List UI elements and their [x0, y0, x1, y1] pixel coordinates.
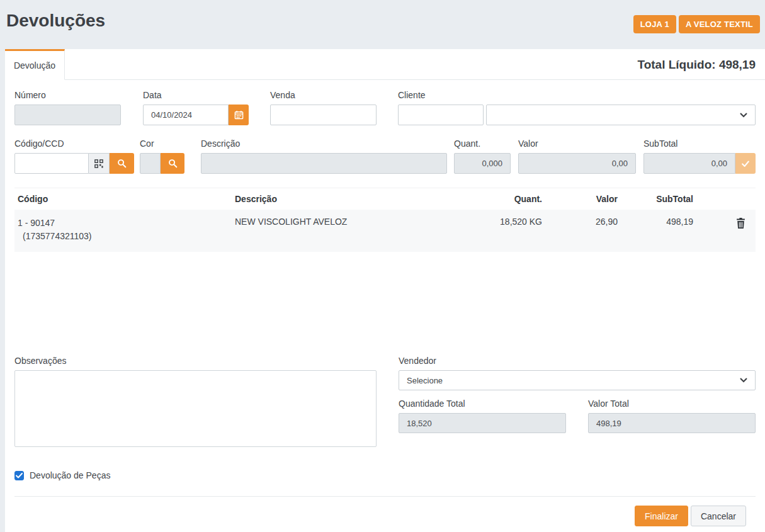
codigo-value: 1 - 90147 — [18, 217, 229, 230]
cancelar-button[interactable]: Cancelar — [691, 506, 746, 526]
check-icon — [741, 159, 750, 168]
cell-valor: 26,90 — [545, 210, 621, 252]
field-quant: Quant. — [454, 139, 511, 174]
field-valor-total: Valor Total — [588, 399, 756, 433]
qr-code-icon — [94, 159, 103, 168]
cell-actions — [696, 210, 756, 252]
content-card: Devolução Total Líquido: 498,19 Número D… — [5, 49, 765, 532]
cor-input — [140, 153, 161, 174]
descricao-label: Descrição — [201, 139, 447, 149]
company-badge[interactable]: A VELOZ TEXTIL — [679, 15, 760, 33]
subtotal-input — [643, 153, 735, 174]
totals-column: Vendedor Selecione Quantidade Total V — [399, 356, 756, 480]
confirm-item-button — [735, 153, 756, 174]
valor-input — [518, 153, 636, 174]
chevron-down-icon — [740, 378, 747, 383]
quantidade-total-label: Quantidade Total — [399, 399, 566, 409]
venda-input[interactable] — [270, 105, 377, 125]
calendar-icon — [234, 110, 244, 120]
col-header-descricao: Descrição — [232, 188, 457, 210]
search-icon — [168, 159, 178, 168]
vendedor-label: Vendedor — [399, 356, 756, 366]
field-codigo-ccd: Código/CCD — [14, 139, 134, 174]
header-badges: LOJA 1 A VELOZ TEXTIL — [633, 15, 760, 33]
total-liquido: Total Líquido: 498,19 — [637, 49, 756, 80]
tab-devolucao-label: Devolução — [14, 60, 55, 71]
field-descricao: Descrição — [201, 139, 447, 174]
vendedor-select-value: Selecione — [407, 376, 443, 385]
field-observacoes: Observações — [14, 356, 377, 449]
check-icon — [16, 473, 23, 478]
form-area: Número Data — [5, 80, 765, 532]
codigo-search-button[interactable] — [110, 153, 134, 174]
venda-label: Venda — [270, 90, 377, 100]
data-input[interactable] — [143, 105, 229, 125]
field-cor: Cor — [140, 139, 184, 174]
col-header-subtotal: SubTotal — [621, 188, 696, 210]
codigo-ccd-input[interactable] — [14, 153, 89, 174]
cell-subtotal: 498,19 — [621, 210, 696, 252]
table-row: 1 - 90147 (1735774321103) NEW VISCOLIGHT… — [14, 210, 756, 252]
field-cliente: Cliente — [398, 90, 756, 125]
cell-quant: 18,520 KG — [457, 210, 545, 252]
numero-input — [14, 105, 121, 125]
page-header: Devoluções LOJA 1 A VELOZ TEXTIL — [0, 0, 765, 49]
items-table: Código Descrição Quant. Valor SubTotal 1… — [14, 188, 756, 252]
form-row-1: Número Data — [14, 90, 756, 125]
search-icon — [117, 159, 127, 168]
data-label: Data — [143, 90, 249, 100]
valor-total-input — [588, 413, 756, 433]
vendedor-select[interactable]: Selecione — [399, 370, 756, 390]
col-header-actions — [696, 188, 756, 210]
field-venda: Venda — [270, 90, 377, 125]
chevron-down-icon — [740, 113, 747, 118]
field-subtotal: SubTotal — [643, 139, 756, 174]
valor-label: Valor — [518, 139, 636, 149]
delete-row-button[interactable] — [735, 217, 747, 232]
numero-label: Número — [14, 90, 121, 100]
codigo-barcode: (1735774321103) — [18, 230, 229, 243]
col-header-codigo: Código — [14, 188, 232, 210]
store-badge[interactable]: LOJA 1 — [633, 15, 676, 33]
bottom-section: Observações Devolução de Peças Vendedor — [14, 356, 756, 480]
field-quantidade-total: Quantidade Total — [399, 399, 566, 433]
totals-row: Quantidade Total Valor Total — [399, 399, 756, 433]
tab-devolucao[interactable]: Devolução — [5, 49, 65, 80]
tab-bar: Devolução Total Líquido: 498,19 — [5, 49, 765, 80]
observacoes-label: Observações — [14, 356, 377, 366]
cliente-label: Cliente — [398, 90, 756, 100]
observacoes-textarea[interactable] — [14, 370, 377, 447]
finalizar-button[interactable]: Finalizar — [635, 506, 688, 526]
trash-icon — [736, 218, 745, 229]
descricao-input — [201, 153, 447, 174]
cell-codigo: 1 - 90147 (1735774321103) — [14, 210, 232, 252]
codigo-ccd-label: Código/CCD — [14, 139, 134, 149]
cor-label: Cor — [140, 139, 184, 149]
field-valor: Valor — [518, 139, 636, 174]
subtotal-label: SubTotal — [643, 139, 756, 149]
quantidade-total-input — [399, 413, 566, 433]
barcode-lookup-button[interactable] — [89, 153, 110, 174]
items-table-header: Código Descrição Quant. Valor SubTotal — [14, 188, 756, 210]
quant-label: Quant. — [454, 139, 511, 149]
col-header-quant: Quant. — [457, 188, 545, 210]
cor-search-button[interactable] — [161, 153, 184, 174]
devolucao-pecas-label: Devolução de Peças — [30, 470, 110, 480]
cliente-code-input[interactable] — [398, 105, 484, 125]
field-vendedor: Vendedor Selecione — [399, 356, 756, 390]
footer-actions: Finalizar Cancelar — [14, 496, 756, 526]
cell-descricao: NEW VISCOLIGHT AVELOZ — [232, 210, 457, 252]
devolucao-pecas-row[interactable]: Devolução de Peças — [14, 470, 377, 480]
field-data: Data — [143, 90, 249, 125]
quant-input — [454, 153, 511, 174]
devolucao-pecas-checkbox[interactable] — [14, 471, 24, 480]
cliente-select[interactable] — [486, 105, 756, 125]
col-header-valor: Valor — [545, 188, 621, 210]
calendar-button[interactable] — [229, 105, 249, 125]
form-row-2: Código/CCD — [14, 139, 756, 174]
valor-total-label: Valor Total — [588, 399, 756, 409]
observacoes-column: Observações Devolução de Peças — [14, 356, 377, 480]
field-numero: Número — [14, 90, 121, 125]
